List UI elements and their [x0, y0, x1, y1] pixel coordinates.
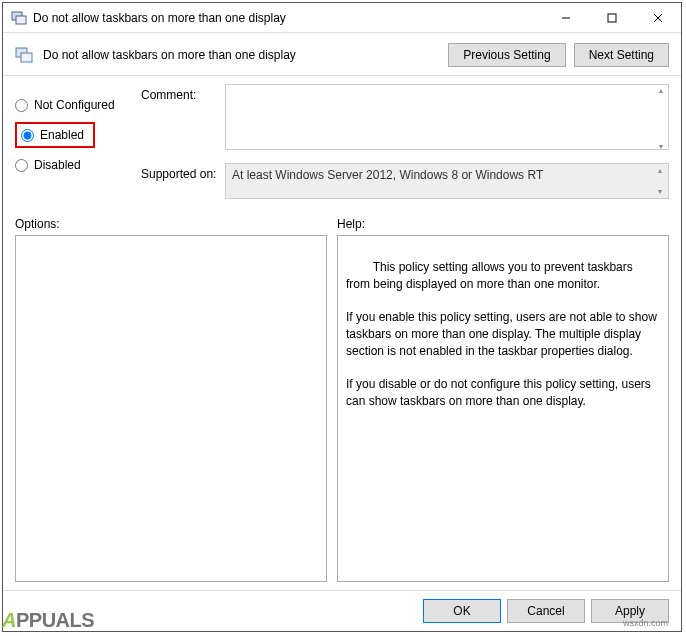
next-setting-button[interactable]: Next Setting	[574, 43, 669, 67]
pane-labels: Options: Help:	[3, 199, 681, 235]
dialog-content: Do not allow taskbars on more than one d…	[3, 33, 681, 631]
radio-not-configured-input[interactable]	[15, 99, 28, 112]
policy-icon	[15, 46, 33, 64]
radio-enabled-input[interactable]	[21, 129, 34, 142]
divider	[3, 75, 681, 76]
dialog-window: Do not allow taskbars on more than one d…	[2, 2, 682, 632]
comment-label: Comment:	[141, 84, 217, 102]
highlight-box: Enabled	[15, 122, 95, 148]
dialog-footer: OK Cancel Apply	[3, 590, 681, 631]
previous-setting-button[interactable]: Previous Setting	[448, 43, 565, 67]
comment-input[interactable]	[225, 84, 669, 150]
radio-not-configured-label: Not Configured	[34, 98, 115, 112]
supported-row: Supported on: At least Windows Server 20…	[141, 163, 669, 199]
options-label: Options:	[15, 217, 337, 231]
radio-not-configured[interactable]: Not Configured	[15, 92, 133, 118]
help-text: This policy setting allows you to preven…	[346, 260, 660, 408]
radio-enabled-label: Enabled	[40, 128, 84, 142]
svg-rect-7	[21, 53, 32, 62]
help-label: Help:	[337, 217, 669, 231]
watermark-text: wsxdn.com	[623, 618, 668, 628]
svg-rect-1	[16, 16, 26, 24]
ok-button[interactable]: OK	[423, 599, 501, 623]
comment-row: Comment: ▴▾	[141, 84, 669, 153]
config-section: Not Configured Enabled Disabled Comment:	[3, 84, 681, 199]
fields-column: Comment: ▴▾ Supported on: At least Windo…	[141, 84, 669, 199]
maximize-button[interactable]	[589, 3, 635, 33]
scrollbar-icon: ▴▾	[653, 166, 666, 196]
supported-on-text: At least Windows Server 2012, Windows 8 …	[225, 163, 669, 199]
help-pane: This policy setting allows you to preven…	[337, 235, 669, 582]
titlebar: Do not allow taskbars on more than one d…	[3, 3, 681, 33]
state-radio-group: Not Configured Enabled Disabled	[15, 84, 133, 199]
radio-enabled[interactable]: Enabled	[21, 128, 84, 142]
window-title: Do not allow taskbars on more than one d…	[33, 11, 543, 25]
svg-rect-3	[608, 14, 616, 22]
header-row: Do not allow taskbars on more than one d…	[3, 33, 681, 75]
options-pane	[15, 235, 327, 582]
appuals-logo: APPUALS	[2, 609, 94, 632]
supported-label: Supported on:	[141, 163, 217, 181]
radio-disabled-input[interactable]	[15, 159, 28, 172]
scrollbar-icon: ▴▾	[654, 86, 667, 151]
minimize-button[interactable]	[543, 3, 589, 33]
radio-disabled-label: Disabled	[34, 158, 81, 172]
policy-title: Do not allow taskbars on more than one d…	[43, 48, 440, 62]
cancel-button[interactable]: Cancel	[507, 599, 585, 623]
supported-value: At least Windows Server 2012, Windows 8 …	[232, 168, 543, 182]
close-button[interactable]	[635, 3, 681, 33]
panes: This policy setting allows you to preven…	[3, 235, 681, 590]
policy-editor-icon	[11, 10, 27, 26]
radio-disabled[interactable]: Disabled	[15, 152, 133, 178]
